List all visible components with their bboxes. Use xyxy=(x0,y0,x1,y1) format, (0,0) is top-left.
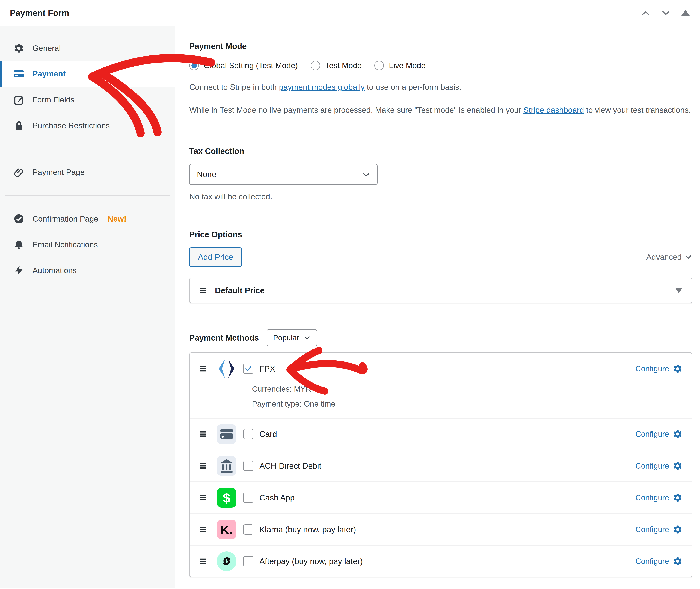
card-checkbox[interactable] xyxy=(243,429,253,439)
drag-handle-icon[interactable] xyxy=(199,558,208,565)
sidebar-item-label: Form Fields xyxy=(32,95,74,105)
metabox-controls xyxy=(641,8,690,18)
afterpay-configure[interactable]: Configure xyxy=(635,556,683,566)
payment-method-name: Klarna (buy now, pay later) xyxy=(259,525,356,534)
advanced-toggle[interactable]: Advanced xyxy=(646,252,692,262)
chevron-down-icon xyxy=(684,253,692,261)
payment-methods-heading: Payment Methods xyxy=(189,333,259,343)
payment-mode-radios: Global Setting (Test Mode) Test Mode Liv… xyxy=(189,61,692,70)
ach-configure[interactable]: Configure xyxy=(635,461,683,471)
expand-caret-icon[interactable] xyxy=(675,288,683,293)
payment-method-row-fpx: FPX Configure Currencies: MYR Payment ty… xyxy=(190,353,692,418)
ach-checkbox[interactable] xyxy=(243,461,253,471)
payment-method-name: Card xyxy=(259,429,277,439)
metabox-header: Payment Form xyxy=(0,0,700,26)
gear-icon[interactable] xyxy=(673,493,683,503)
payment-methods-filter-button[interactable]: Popular xyxy=(267,329,317,346)
sidebar-divider xyxy=(5,195,170,196)
drag-handle-icon[interactable] xyxy=(199,287,208,294)
sidebar-item-label: Automations xyxy=(32,266,77,275)
payment-mode-help-2: While in Test Mode no live payments are … xyxy=(189,104,692,117)
fpx-configure[interactable]: Configure xyxy=(635,364,683,374)
move-up-icon[interactable] xyxy=(641,8,651,18)
tax-collection-heading: Tax Collection xyxy=(189,146,692,156)
cash-app-checkbox[interactable] xyxy=(243,493,253,503)
klarna-checkbox[interactable] xyxy=(243,524,253,535)
default-price-label: Default Price xyxy=(215,286,264,295)
radio-live-mode[interactable]: Live Mode xyxy=(375,61,426,70)
radio-dot[interactable] xyxy=(375,61,384,70)
section-divider xyxy=(189,130,692,130)
page-title: Payment Form xyxy=(10,8,69,18)
afterpay-checkbox[interactable] xyxy=(243,556,253,566)
radio-test-mode[interactable]: Test Mode xyxy=(311,61,362,70)
payment-method-name: Cash App xyxy=(259,493,294,503)
klarna-configure[interactable]: Configure xyxy=(635,525,683,535)
drag-handle-icon[interactable] xyxy=(199,462,208,469)
move-down-icon[interactable] xyxy=(661,8,671,18)
gear-icon xyxy=(13,43,24,54)
chevron-down-icon xyxy=(303,334,311,341)
gear-icon[interactable] xyxy=(673,556,683,566)
cash-app-configure[interactable]: Configure xyxy=(635,493,683,503)
sidebar-item-purchase-restrictions[interactable]: Purchase Restrictions xyxy=(0,113,175,139)
lock-icon xyxy=(13,120,24,131)
fpx-payment-type: Payment type: One time xyxy=(252,399,683,408)
card-configure[interactable]: Configure xyxy=(635,429,683,439)
radio-dot[interactable] xyxy=(189,61,199,70)
sidebar-item-label: Confirmation Page xyxy=(32,214,98,223)
gear-icon[interactable] xyxy=(673,429,683,439)
sidebar-item-automations[interactable]: Automations xyxy=(0,257,175,283)
paperclip-icon xyxy=(13,167,24,178)
gear-icon[interactable] xyxy=(673,461,683,471)
price-options-heading: Price Options xyxy=(189,230,692,239)
drag-handle-icon[interactable] xyxy=(199,494,208,502)
payment-method-name: Afterpay (buy now, pay later) xyxy=(259,557,363,566)
bolt-icon xyxy=(13,265,24,276)
check-circle-icon xyxy=(13,213,24,224)
radio-global-setting[interactable]: Global Setting (Test Mode) xyxy=(189,61,298,70)
tax-collection-help: No tax will be collected. xyxy=(189,190,692,203)
payment-mode-heading: Payment Mode xyxy=(189,41,692,51)
gear-icon[interactable] xyxy=(673,364,683,374)
sidebar-item-email-notifications[interactable]: Email Notifications xyxy=(0,232,175,257)
default-price-row[interactable]: Default Price xyxy=(189,278,692,303)
settings-sidebar: General Payment Form Fields Purchase Res… xyxy=(0,26,175,588)
sidebar-item-payment[interactable]: Payment xyxy=(0,61,175,87)
radio-dot[interactable] xyxy=(311,61,320,70)
drag-handle-icon[interactable] xyxy=(199,526,208,533)
svg-text:K.: K. xyxy=(220,523,233,537)
settings-panel: Payment Mode Global Setting (Test Mode) … xyxy=(175,26,700,588)
fpx-currencies: Currencies: MYR xyxy=(252,385,683,393)
stripe-dashboard-link[interactable]: Stripe dashboard xyxy=(523,106,584,115)
drag-handle-icon[interactable] xyxy=(199,365,208,372)
bank-icon xyxy=(217,456,236,476)
edit-icon xyxy=(13,94,24,105)
credit-card-icon xyxy=(13,68,24,79)
bell-icon xyxy=(13,239,24,250)
payment-method-row-klarna: K. Klarna (buy now, pay later) Configure xyxy=(190,513,692,545)
sidebar-item-form-fields[interactable]: Form Fields xyxy=(0,87,175,113)
collapse-icon[interactable] xyxy=(681,10,690,16)
payment-modes-globally-link[interactable]: payment modes globally xyxy=(279,82,365,91)
gear-icon[interactable] xyxy=(673,525,683,535)
klarna-icon: K. xyxy=(217,520,236,539)
svg-text:$: $ xyxy=(223,490,230,506)
sidebar-item-general[interactable]: General xyxy=(0,35,175,61)
tax-collection-value: None xyxy=(197,170,216,179)
fpx-logo-icon xyxy=(217,359,236,379)
tax-collection-select[interactable]: None xyxy=(189,164,378,185)
payment-method-name: FPX xyxy=(259,364,275,374)
payment-methods-list: FPX Configure Currencies: MYR Payment ty… xyxy=(189,352,692,577)
fpx-meta: Currencies: MYR Payment type: One time xyxy=(252,385,683,408)
sidebar-item-confirmation-page[interactable]: Confirmation Page New! xyxy=(0,206,175,232)
card-icon xyxy=(217,424,236,444)
sidebar-item-payment-page[interactable]: Payment Page xyxy=(0,159,175,185)
sidebar-item-label: Email Notifications xyxy=(32,240,98,249)
chevron-down-icon xyxy=(362,171,370,179)
fpx-checkbox[interactable] xyxy=(243,364,253,374)
payment-mode-help-1: Connect to Stripe in both payment modes … xyxy=(189,80,692,93)
drag-handle-icon[interactable] xyxy=(199,430,208,438)
add-price-button[interactable]: Add Price xyxy=(189,247,242,267)
payment-method-name: ACH Direct Debit xyxy=(259,461,321,471)
